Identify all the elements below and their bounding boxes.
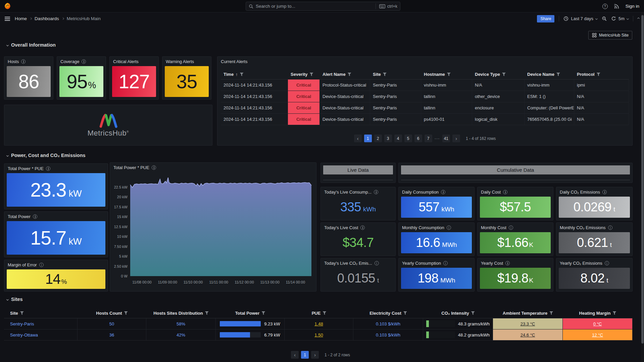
- menu-hamburger-icon[interactable]: [5, 17, 10, 21]
- search-input[interactable]: [256, 4, 376, 9]
- metricshub-site-link-button[interactable]: MetricsHub Site: [588, 31, 632, 40]
- info-icon[interactable]: [360, 225, 365, 230]
- sites-col-pue[interactable]: PUE: [285, 308, 353, 318]
- scrollbar-thumb[interactable]: [641, 15, 644, 344]
- collapse-toolbar-button[interactable]: [638, 18, 639, 19]
- prev-page-button[interactable]: ‹: [291, 351, 299, 359]
- prev-page-button[interactable]: ‹: [354, 135, 362, 142]
- page-button[interactable]: 2: [374, 135, 382, 142]
- alert-hostname: vishnu-imm: [421, 80, 472, 91]
- stat-value: 0.621: [577, 236, 608, 250]
- info-icon[interactable]: [82, 59, 86, 64]
- filter-icon[interactable]: [323, 311, 326, 315]
- alerts-col-device-type[interactable]: Device Type: [472, 69, 525, 80]
- page-button[interactable]: 1: [364, 135, 372, 142]
- info-icon[interactable]: [443, 261, 448, 265]
- filter-icon[interactable]: [556, 72, 560, 76]
- alerts-col-device-name[interactable]: Device Name: [525, 69, 574, 80]
- info-icon[interactable]: [374, 190, 378, 194]
- filter-icon[interactable]: [549, 311, 553, 315]
- sites-col-temperature[interactable]: Ambient Temperature: [493, 308, 563, 318]
- sites-col-site[interactable]: Site: [4, 308, 78, 318]
- page-button[interactable]: 1: [301, 351, 309, 359]
- next-page-button[interactable]: ›: [311, 351, 319, 359]
- stat-unit: t: [610, 241, 612, 249]
- electricity-cost[interactable]: 0.103 $/kWh: [353, 318, 423, 329]
- ambient-temperature-cell[interactable]: 24.6 °C: [493, 329, 563, 341]
- sites-col-power[interactable]: Total Power: [216, 308, 285, 318]
- info-icon[interactable]: [21, 59, 26, 64]
- filter-icon[interactable]: [403, 311, 407, 315]
- filter-icon[interactable]: [597, 72, 600, 76]
- alerts-col-hostname[interactable]: Hostname: [421, 69, 472, 80]
- info-icon[interactable]: [375, 261, 379, 265]
- sites-col-distribution[interactable]: Hosts Sites Distribution: [146, 308, 216, 318]
- hosts-count[interactable]: 50: [78, 318, 146, 329]
- filter-icon[interactable]: [205, 311, 209, 315]
- info-icon[interactable]: [602, 190, 607, 194]
- page-button[interactable]: 41: [442, 135, 450, 142]
- heating-margin-cell[interactable]: 0 °C: [563, 318, 633, 329]
- page-button[interactable]: 5: [404, 135, 412, 142]
- info-icon[interactable]: [503, 190, 507, 194]
- page-button[interactable]: 4: [394, 135, 402, 142]
- section-overall-information[interactable]: Overall Information: [7, 42, 56, 48]
- sites-col-margin[interactable]: Heating Margin: [563, 308, 633, 318]
- refresh-picker[interactable]: 5m: [611, 16, 629, 21]
- share-button[interactable]: Share: [537, 15, 554, 22]
- page-button[interactable]: 3: [384, 135, 392, 142]
- info-icon[interactable]: [505, 261, 510, 265]
- section-sites[interactable]: Sites: [7, 297, 23, 302]
- info-icon[interactable]: [39, 263, 44, 267]
- hosts-distribution[interactable]: 42%: [146, 329, 216, 341]
- sign-in-button[interactable]: Sign in: [626, 4, 639, 9]
- help-icon[interactable]: ?: [602, 4, 608, 9]
- alerts-col-protocol[interactable]: Protocol: [574, 69, 629, 80]
- section-power-cost-co2[interactable]: Power, Cost and CO₂ Emissions: [7, 153, 86, 158]
- alerts-col-time[interactable]: Time↑: [221, 69, 288, 80]
- news-rss-icon[interactable]: [614, 3, 620, 9]
- filter-icon[interactable]: [20, 311, 24, 315]
- info-icon[interactable]: [605, 261, 609, 265]
- filter-icon[interactable]: [502, 72, 506, 76]
- breadcrumb-dashboards[interactable]: Dashboards: [35, 16, 59, 21]
- pue-link[interactable]: 1.48: [314, 321, 323, 326]
- info-icon[interactable]: [152, 165, 156, 170]
- site-link[interactable]: Sentry-Paris: [4, 318, 78, 329]
- filter-icon[interactable]: [348, 72, 351, 76]
- ambient-temperature-cell[interactable]: 23.3 °C: [493, 318, 563, 329]
- page-button[interactable]: 6: [414, 135, 422, 142]
- info-icon[interactable]: [509, 225, 513, 230]
- filter-icon[interactable]: [240, 72, 244, 76]
- breadcrumb-home[interactable]: Home: [15, 16, 27, 21]
- sites-col-hosts[interactable]: Hosts Count: [78, 308, 146, 318]
- filter-icon[interactable]: [383, 72, 387, 76]
- info-icon[interactable]: [447, 225, 451, 230]
- filter-icon[interactable]: [310, 72, 313, 76]
- filter-icon[interactable]: [124, 311, 128, 315]
- alerts-col-severity[interactable]: Severity: [288, 69, 320, 80]
- filter-icon[interactable]: [471, 311, 475, 315]
- next-page-button[interactable]: ›: [452, 135, 460, 142]
- alerts-col-alert-name[interactable]: Alert Name: [320, 69, 370, 80]
- hosts-distribution[interactable]: 58%: [146, 318, 216, 329]
- zoom-out-icon[interactable]: [602, 16, 607, 21]
- grafana-logo-icon[interactable]: [4, 2, 11, 10]
- info-icon[interactable]: [33, 214, 37, 219]
- alerts-col-site[interactable]: Site: [370, 69, 421, 80]
- time-range-picker[interactable]: Last 7 days: [563, 16, 597, 21]
- filter-icon[interactable]: [612, 311, 616, 315]
- pue-link[interactable]: 1.50: [314, 332, 323, 338]
- info-icon[interactable]: [608, 225, 612, 230]
- info-icon[interactable]: [46, 166, 50, 171]
- sites-col-cost[interactable]: Electricity Cost: [353, 308, 423, 318]
- info-icon[interactable]: [441, 190, 445, 194]
- site-link[interactable]: Sentry-Ottawa: [4, 329, 78, 341]
- hosts-count[interactable]: 36: [78, 329, 146, 341]
- heating-margin-cell[interactable]: 12 °C: [563, 329, 633, 341]
- page-button[interactable]: 7: [425, 135, 432, 142]
- filter-icon[interactable]: [447, 72, 451, 76]
- sites-col-co2[interactable]: CO₂ Intensity: [423, 308, 493, 318]
- electricity-cost[interactable]: 0.103 $/kWh: [353, 329, 423, 341]
- filter-icon[interactable]: [261, 311, 265, 315]
